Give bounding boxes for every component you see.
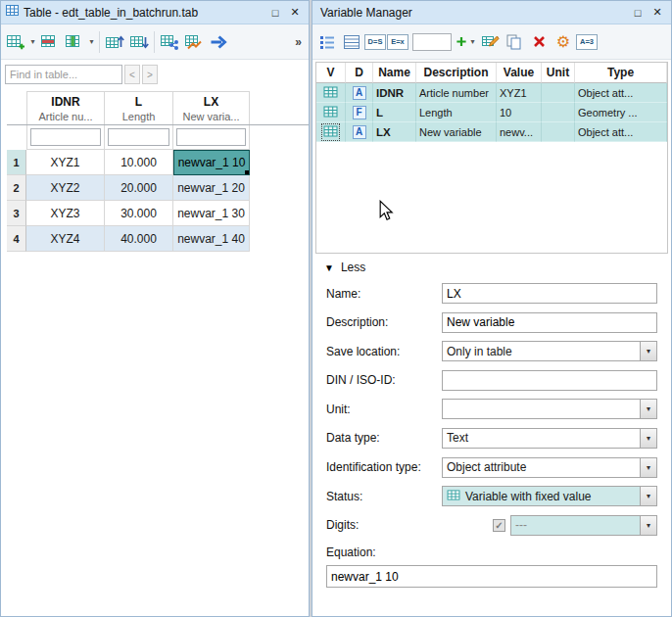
row-number[interactable]: 4: [7, 226, 26, 252]
add-row-dropdown-caret-icon[interactable]: ▾: [28, 37, 37, 46]
table-link-button[interactable]: [158, 29, 181, 55]
row-number[interactable]: 2: [7, 175, 26, 201]
col-header-d[interactable]: D: [346, 63, 373, 83]
less-expander[interactable]: ▼ Less: [312, 256, 671, 279]
form-row-equation-label: Equation:: [326, 544, 657, 561]
variable-name-cell: LX: [373, 122, 416, 142]
equation-field[interactable]: [326, 565, 657, 588]
status-dropdown[interactable]: Variable with fixed value ▾: [442, 486, 657, 506]
cell-l[interactable]: 40.000: [105, 226, 173, 252]
add-variable-dropdown-caret-icon[interactable]: ▾: [468, 37, 477, 46]
add-column-dropdown-caret-icon[interactable]: ▾: [87, 37, 96, 46]
table-close-button[interactable]: ✕: [285, 4, 305, 22]
data-type-dropdown[interactable]: Text ▾: [442, 428, 657, 449]
cell-lx[interactable]: newvar_1 30: [173, 201, 250, 226]
name-field[interactable]: [442, 283, 657, 304]
assignment-mode-button[interactable]: D=S: [364, 34, 386, 50]
variable-manager-maximize-button[interactable]: □: [628, 4, 648, 22]
delete-variable-button[interactable]: [527, 29, 551, 55]
col-header-unit[interactable]: Unit: [542, 63, 575, 83]
variable-value-cell: XYZ1: [497, 83, 542, 103]
add-variable-button[interactable]: [456, 29, 467, 55]
variable-kind-cell: [316, 83, 346, 103]
settings-gear-button[interactable]: ⚙: [552, 29, 575, 55]
view-details-button[interactable]: [340, 29, 363, 55]
col-header-v[interactable]: V: [316, 63, 346, 83]
col-header-type[interactable]: Type: [575, 63, 667, 83]
cell-l[interactable]: 10.000: [105, 150, 173, 175]
find-next-button[interactable]: >: [142, 65, 158, 84]
form-row-identification-type: Identification type: Object attribute ▾: [326, 457, 657, 478]
column-header-l[interactable]: L Length: [105, 91, 173, 124]
variable-manager-close-button[interactable]: ✕: [648, 4, 667, 22]
find-previous-button[interactable]: <: [124, 65, 140, 84]
move-row-up-button[interactable]: [103, 29, 126, 55]
table-add-column-button[interactable]: [63, 29, 86, 55]
chevron-down-icon[interactable]: ▾: [640, 342, 656, 360]
variable-grid-header: V D Name Description Value Unit Type: [316, 63, 667, 83]
variable-name-cell: L: [373, 103, 416, 122]
cell-idnr[interactable]: XYZ4: [26, 226, 105, 252]
identification-type-label: Identification type:: [326, 460, 442, 474]
form-row-description: Description:: [326, 312, 657, 333]
cell-fill-handle[interactable]: [245, 170, 250, 175]
variable-filter-input[interactable]: [412, 33, 452, 51]
row-number[interactable]: 1: [7, 150, 26, 175]
variable-row[interactable]: F L Length 10 Geometry ...: [316, 103, 667, 122]
form-row-name: Name:: [326, 283, 657, 304]
unit-dropdown[interactable]: ▾: [442, 399, 657, 419]
formula-type-icon: F: [353, 106, 366, 119]
cell-idnr[interactable]: XYZ1: [26, 150, 105, 175]
filter-input-l[interactable]: [108, 128, 169, 146]
chevron-down-icon[interactable]: ▾: [640, 429, 656, 448]
variable-row[interactable]: A IDNR Article number XYZ1 Object att...: [316, 83, 667, 103]
col-header-value[interactable]: Value: [497, 63, 542, 83]
evaluate-variables-button[interactable]: A=3: [576, 34, 598, 50]
status-label: Status:: [326, 490, 442, 503]
din-iso-field[interactable]: [442, 370, 657, 391]
filter-input-idnr[interactable]: [30, 128, 101, 146]
column-header-idnr[interactable]: IDNR Article nu...: [26, 91, 105, 124]
column-header-lx[interactable]: LX New varia...: [173, 91, 250, 124]
identification-type-dropdown[interactable]: Object attribute ▾: [442, 457, 657, 478]
table-maximize-button[interactable]: □: [265, 4, 285, 22]
table-reference-button[interactable]: [182, 29, 206, 55]
table-row: 4 XYZ4 40.000 newvar_1 40: [7, 226, 309, 252]
chevron-down-icon[interactable]: ▾: [640, 400, 656, 418]
cell-idnr[interactable]: XYZ2: [26, 175, 105, 201]
table-delete-row-button[interactable]: [38, 29, 62, 55]
digits-checkbox[interactable]: ✓: [493, 519, 505, 532]
table-search-row: < >: [1, 60, 309, 89]
apply-table-button[interactable]: [207, 29, 230, 55]
col-header-description[interactable]: Description: [416, 63, 497, 83]
table-row: 1 XYZ1 10.000 newvar_1 10: [7, 150, 309, 175]
save-location-dropdown[interactable]: Only in table ▾: [442, 341, 657, 361]
formula-mode-button[interactable]: E=x: [387, 34, 408, 50]
expander-triangle-icon: ▼: [324, 262, 334, 273]
variable-row-selected[interactable]: A LX New variable newv... Object att...: [316, 122, 667, 142]
row-number[interactable]: 3: [7, 201, 26, 226]
move-row-down-button[interactable]: [127, 29, 151, 55]
cell-l[interactable]: 30.000: [105, 201, 173, 226]
find-in-table-input[interactable]: [5, 65, 122, 84]
cell-lx-selected[interactable]: newvar_1 10: [173, 150, 250, 175]
table-header-row: IDNR Article nu... L Length LX New varia…: [7, 91, 309, 125]
table-add-row-button[interactable]: [4, 29, 27, 55]
chevron-down-icon[interactable]: ▾: [640, 458, 656, 477]
cell-l[interactable]: 20.000: [105, 175, 173, 201]
edit-variable-button[interactable]: [478, 29, 502, 55]
description-field[interactable]: [442, 312, 657, 333]
table-corner-cell: [7, 125, 26, 150]
chevron-down-icon[interactable]: ▾: [640, 487, 656, 505]
cell-lx[interactable]: newvar_1 20: [173, 175, 250, 201]
toolbar-overflow-button[interactable]: »: [291, 35, 306, 49]
filter-input-lx[interactable]: [176, 128, 246, 146]
table-row: 2 XYZ2 20.000 newvar_1 20: [7, 175, 309, 201]
cell-idnr[interactable]: XYZ3: [26, 201, 105, 226]
cell-lx[interactable]: newvar_1 40: [173, 226, 250, 252]
copy-variable-button[interactable]: [503, 29, 526, 55]
digits-label: Digits:: [326, 518, 442, 532]
attribute-type-icon: A: [353, 86, 366, 100]
col-header-name[interactable]: Name: [373, 63, 416, 83]
view-list-button[interactable]: [315, 29, 339, 55]
